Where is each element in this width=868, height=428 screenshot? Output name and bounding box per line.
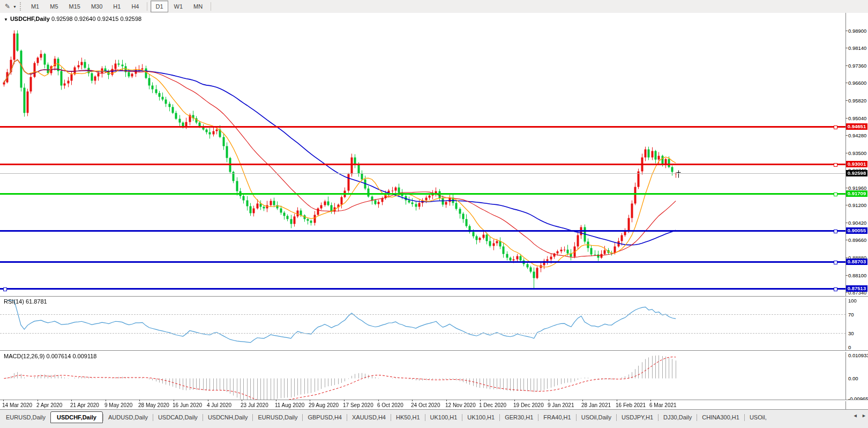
hline-price-label: 0.93001 xyxy=(846,161,867,167)
panel-divider[interactable] xyxy=(0,296,868,298)
hline-0.94651[interactable] xyxy=(0,126,845,128)
chart-title: ▼USDCHF,Daily 0.92598 0.92640 0.92415 0.… xyxy=(4,16,141,22)
date-tick-mark xyxy=(71,400,72,401)
hline-handle[interactable] xyxy=(834,163,837,167)
panel-divider[interactable] xyxy=(0,400,868,401)
ohlc-values: 0.92598 0.92640 0.92415 0.92598 xyxy=(51,16,141,22)
rsi-axis-label: 30 xyxy=(848,330,854,336)
date-tick-mark xyxy=(3,400,4,401)
timeframe-button-w1[interactable]: W1 xyxy=(169,1,188,12)
price-tick-mark xyxy=(845,257,848,258)
hline-handle[interactable] xyxy=(3,287,7,291)
price-tick-mark xyxy=(845,292,848,293)
date-label: 12 Nov 2020 xyxy=(445,402,476,408)
date-label: 24 Oct 2020 xyxy=(411,402,440,408)
date-label: 14 Mar 2020 xyxy=(2,402,32,408)
hline-price-label: 0.91709 xyxy=(846,190,867,197)
toolbar-grip[interactable] xyxy=(20,2,23,11)
tab-scroll-left-icon[interactable]: ◄ xyxy=(853,413,858,418)
date-label: 16 Jun 2020 xyxy=(173,402,202,408)
hline-0.87513[interactable] xyxy=(0,288,845,290)
tab-usdcad-daily[interactable]: USDCAD,Daily xyxy=(153,412,203,423)
hline-handle[interactable] xyxy=(834,230,837,233)
toolbar-separator xyxy=(211,2,211,11)
price-tick-label: 0.89660 xyxy=(848,237,866,243)
timeframe-button-d1[interactable]: D1 xyxy=(151,1,168,12)
date-tick-mark xyxy=(106,400,106,401)
collapse-arrow-icon[interactable]: ▼ xyxy=(4,17,8,22)
bid-price-line xyxy=(0,173,845,174)
price-tick-mark xyxy=(845,223,848,223)
tab-usdjpy-h1[interactable]: USDJPY,H1 xyxy=(617,412,658,423)
panel-divider[interactable] xyxy=(0,350,868,352)
date-tick-mark xyxy=(139,400,140,401)
timeframe-bar: M1M5M15M30H1H4D1W1MN xyxy=(26,1,214,12)
date-tick-mark xyxy=(242,400,242,401)
date-tick-mark xyxy=(174,400,174,401)
tab-fra40-h1[interactable]: FRA40,H1 xyxy=(538,412,575,423)
hline-handle[interactable] xyxy=(834,261,837,264)
date-label: 9 May 2020 xyxy=(104,402,132,408)
timeframe-button-m30[interactable]: M30 xyxy=(86,1,107,12)
timeframe-button-m5[interactable]: M5 xyxy=(45,1,63,12)
date-tick-mark xyxy=(549,400,549,401)
tab-uk100-h1[interactable]: UK100,H1 xyxy=(462,412,499,423)
tab-dj30-daily[interactable]: DJ30,Daily xyxy=(659,412,697,423)
hline-0.88703[interactable] xyxy=(0,261,845,263)
date-label: 16 Feb 2021 xyxy=(616,402,646,408)
timeframe-button-m1[interactable]: M1 xyxy=(26,1,44,12)
tab-xauusd-h4[interactable]: XAUUSD,H4 xyxy=(347,412,391,423)
line-studies-icon[interactable]: ✎ xyxy=(2,2,13,11)
tab-hk50-h1[interactable]: HK50,H1 xyxy=(391,412,425,423)
price-tick-mark xyxy=(845,188,848,188)
chevron-down-icon[interactable]: ▼ xyxy=(13,5,17,9)
hline-handle[interactable] xyxy=(834,126,837,129)
date-tick-mark xyxy=(412,400,413,401)
hline-price-label: 0.94651 xyxy=(846,123,867,130)
tab-eurusd-daily[interactable]: EURUSD,Daily xyxy=(1,412,50,423)
tab-audusd-daily[interactable]: AUDUSD,Daily xyxy=(103,412,153,423)
tab-usoil-[interactable]: USOil, xyxy=(745,412,772,423)
date-label: 4 Jul 2020 xyxy=(207,402,231,408)
date-label: 9 Jan 2021 xyxy=(548,402,574,408)
hline-handle[interactable] xyxy=(834,193,837,196)
hline-0.90055[interactable] xyxy=(0,230,845,232)
price-tick-label: 0.90420 xyxy=(848,220,866,226)
tab-usdcnh-daily[interactable]: USDCNH,Daily xyxy=(203,412,253,423)
price-tick-label: 0.98900 xyxy=(848,28,866,34)
timeframe-button-h4[interactable]: H4 xyxy=(126,1,144,12)
rsi-label: RSI(14) 61.8781 xyxy=(4,298,47,305)
tab-ger30-h1[interactable]: GER30,H1 xyxy=(500,412,538,423)
chart-tab-bar: EURUSD,DailyUSDCHF,DailyAUDUSD,DailyUSDC… xyxy=(0,409,868,428)
date-tick-mark xyxy=(514,400,515,401)
tab-eurusd-daily[interactable]: EURUSD,Daily xyxy=(253,412,302,423)
chart-window: ▼USDCHF,Daily 0.92598 0.92640 0.92415 0.… xyxy=(0,13,868,409)
tab-usdchf-daily[interactable]: USDCHF,Daily xyxy=(50,411,103,423)
top-toolbar: ✎ ▼ M1M5M15M30H1H4D1W1MN xyxy=(0,0,868,13)
hline-0.93001[interactable] xyxy=(0,164,845,165)
tab-china300-h1[interactable]: CHINA300,H1 xyxy=(697,412,744,423)
tab-usoil-daily[interactable]: USOil,Daily xyxy=(577,412,616,423)
rsi-axis-label: 0 xyxy=(848,344,851,350)
hline-0.91709[interactable] xyxy=(0,193,845,195)
date-label: 29 Aug 2020 xyxy=(309,402,339,408)
hline-handle[interactable] xyxy=(834,287,837,291)
tab-uk100-h1[interactable]: UK100,H1 xyxy=(425,412,462,423)
price-tick-mark xyxy=(845,83,848,83)
date-label: 2 Apr 2020 xyxy=(36,402,62,408)
date-tick-mark xyxy=(650,400,651,401)
price-tick-mark xyxy=(845,153,848,153)
date-tick-mark xyxy=(344,400,345,401)
date-label: 28 May 2020 xyxy=(138,402,169,408)
timeframe-button-mn[interactable]: MN xyxy=(189,1,207,12)
timeframe-button-h1[interactable]: H1 xyxy=(108,1,125,12)
price-tick-label: 0.96600 xyxy=(848,80,866,86)
price-tick-label: 0.91200 xyxy=(848,202,866,208)
tab-scroll-right-icon[interactable]: ► xyxy=(862,413,866,418)
price-tick-label: 0.95820 xyxy=(848,98,866,104)
macd-label: MACD(12,26,9) 0.007614 0.009118 xyxy=(4,353,96,359)
date-label: 17 Sep 2020 xyxy=(343,402,373,408)
timeframe-button-m15[interactable]: M15 xyxy=(64,1,85,12)
date-label: 11 Aug 2020 xyxy=(275,402,304,408)
tab-gbpusd-h4[interactable]: GBPUSD,H4 xyxy=(303,412,347,423)
